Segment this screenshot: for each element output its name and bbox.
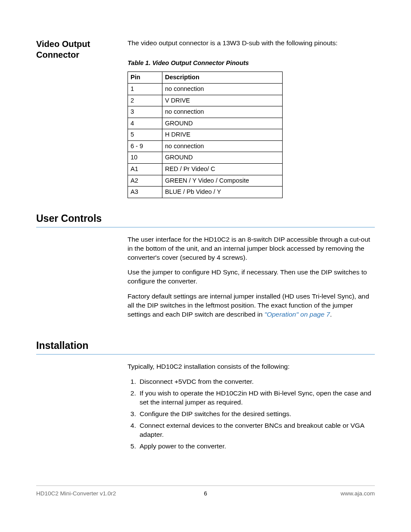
cell-description: GREEN / Y Video / Composite [162, 175, 283, 187]
page-number: 6 [36, 490, 375, 497]
table-row: 5H DRIVE [128, 129, 283, 141]
table-row: 4GROUND [128, 118, 283, 129]
table-row: A2GREEN / Y Video / Composite [128, 175, 283, 187]
table-row: 1no connection [128, 84, 283, 95]
table-caption: Table 1. Video Output Connector Pinouts [128, 59, 375, 68]
user-controls-p2: Use the jumper to configure HD Sync, if … [128, 268, 375, 286]
cell-description: no connection [162, 140, 283, 152]
table-row: 3no connection [128, 106, 283, 118]
cross-ref-operation[interactable]: "Operation" on page 7 [265, 311, 330, 318]
user-controls-p3a: Factory default settings are internal ju… [128, 292, 369, 318]
footer-rule [36, 485, 375, 486]
heading-rule [36, 354, 375, 355]
heading-user-controls: User Controls [36, 213, 375, 226]
section-heading-video-output: Video Output Connector [36, 39, 115, 60]
video-output-intro: The video output connector is a 13W3 D-s… [128, 39, 375, 48]
heading-rule [36, 227, 375, 227]
cell-pin: A2 [128, 175, 162, 187]
cell-pin: 2 [128, 95, 162, 106]
table-header-pin: Pin [128, 72, 162, 84]
list-item: Disconnect +5VDC from the converter. [138, 377, 375, 386]
user-controls-p1: The user interface for the HD10C2 is an … [128, 235, 375, 262]
cell-description: RED / Pr Video/ C [162, 163, 283, 175]
heading-installation: Installation [36, 340, 375, 353]
cell-description: GROUND [162, 152, 283, 164]
page-footer: HD10C2 Mini-Converter v1.0r2 6 www.aja.c… [36, 485, 375, 497]
installation-intro: Typically, HD10C2 installation consists … [128, 362, 375, 371]
list-item: Configure the DIP switches for the desir… [138, 410, 375, 419]
table-row: 2V DRIVE [128, 95, 283, 106]
user-controls-p3b: . [330, 311, 332, 318]
table-row: 10GROUND [128, 152, 283, 164]
installation-steps: Disconnect +5VDC from the converter.If y… [128, 377, 375, 451]
list-item: If you wish to operate the HD10C2in HD w… [138, 389, 375, 407]
cell-description: no connection [162, 106, 283, 118]
table-row: A3BLUE / Pb Video / Y [128, 187, 283, 198]
cell-description: no connection [162, 84, 283, 95]
pinout-table: Pin Description 1no connection2V DRIVE3n… [128, 72, 283, 198]
cell-pin: 1 [128, 84, 162, 95]
cell-pin: A3 [128, 187, 162, 198]
cell-pin: 3 [128, 106, 162, 118]
user-controls-p3: Factory default settings are internal ju… [128, 292, 375, 319]
table-row: 6 - 9no connection [128, 140, 283, 152]
cell-pin: 4 [128, 118, 162, 129]
cell-description: BLUE / Pb Video / Y [162, 187, 283, 198]
cell-description: H DRIVE [162, 129, 283, 141]
cell-description: V DRIVE [162, 95, 283, 106]
list-item: Connect external devices to the converte… [138, 421, 375, 439]
cell-pin: 10 [128, 152, 162, 164]
cell-pin: 5 [128, 129, 162, 141]
list-item: Apply power to the converter. [138, 442, 375, 451]
table-row: A1RED / Pr Video/ C [128, 163, 283, 175]
cell-description: GROUND [162, 118, 283, 129]
cell-pin: A1 [128, 163, 162, 175]
cell-pin: 6 - 9 [128, 140, 162, 152]
table-header-description: Description [162, 72, 283, 84]
